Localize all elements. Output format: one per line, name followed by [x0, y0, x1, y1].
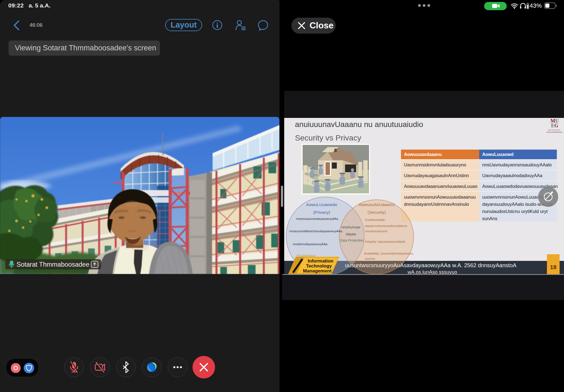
- svg-text:Information: Information: [308, 258, 333, 264]
- svg-text:Technology: Technology: [306, 263, 332, 269]
- svg-text:Management: Management: [303, 268, 332, 274]
